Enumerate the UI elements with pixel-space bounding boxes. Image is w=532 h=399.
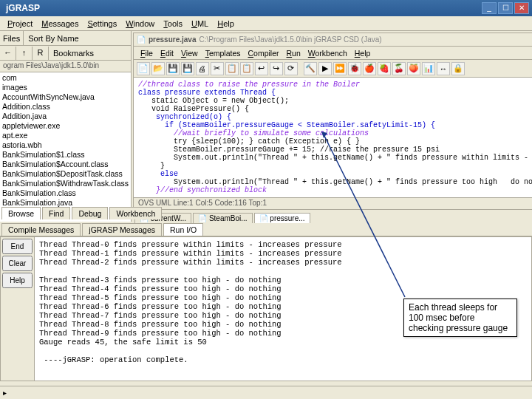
file-tab-icon: 📄 [137, 35, 146, 44]
output-end-button[interactable]: End [2, 239, 33, 254]
code-line: //wait briefly to simulate some calculat… [138, 129, 532, 137]
file-item[interactable]: appletviewer.exe [2, 121, 129, 131]
nav-refresh-button[interactable]: R [33, 47, 49, 60]
app-statusbar: ▸ [0, 386, 532, 399]
browse-tabrow: BrowseFindDebugWorkbench [0, 207, 162, 219]
toolbar-button-6[interactable]: 📋 [225, 62, 239, 75]
editor-menu-workbench[interactable]: Workbench [304, 48, 351, 58]
editor-menu-compiler[interactable]: Compiler [244, 48, 282, 58]
code-line: class pressure extends Thread { [138, 89, 532, 97]
toolbar-button-10[interactable]: ⟳ [284, 62, 298, 75]
toolbar-button-20[interactable]: 📊 [422, 62, 435, 75]
browse-tab-workbench[interactable]: Workbench [109, 207, 162, 219]
editor-toolbar: 📄📂💾💾🖨✂📋📋↩↪⟳🔨▶⏩🐞🍎🍓🍒🍑📊↔🔒 [134, 60, 532, 78]
sort-bar: Files Sort By Name [0, 31, 131, 46]
editor-menu-file[interactable]: File [137, 48, 157, 58]
toolbar-button-19[interactable]: 🍑 [407, 62, 420, 75]
editor-file-name: pressure.java [149, 35, 197, 44]
browse-tab-find[interactable]: Find [42, 207, 70, 219]
toolbar-button-1[interactable]: 📂 [151, 62, 165, 75]
file-item[interactable]: astoria.wbh [2, 140, 129, 150]
toolbar-button-8[interactable]: ↩ [255, 62, 268, 75]
output-help-button[interactable]: Help [2, 273, 33, 288]
browse-tab-debug[interactable]: Debug [72, 207, 108, 219]
toolbar-button-16[interactable]: 🍎 [363, 62, 376, 75]
close-button[interactable]: ✕ [514, 2, 529, 14]
nav-back-button[interactable]: ← [0, 47, 16, 60]
toolbar-button-3[interactable]: 💾 [181, 62, 194, 75]
menu-project[interactable]: Project [3, 18, 37, 30]
menu-messages[interactable]: Messages [37, 18, 83, 30]
output-tab[interactable]: Compile Messages [1, 223, 81, 236]
code-line: void RaisePressure() { [138, 105, 532, 113]
menu-tools[interactable]: Tools [159, 18, 187, 30]
editor-file-path: C:\Program Files\Java\jdk1.5.0\bin jGRAS… [199, 35, 381, 44]
menu-window[interactable]: Window [121, 18, 159, 30]
menu-settings[interactable]: Settings [83, 18, 121, 30]
editor-menubar: FileEditViewTemplatesCompilerRunWorkbenc… [134, 47, 532, 60]
file-item[interactable]: com [2, 73, 129, 83]
code-line: synchronized(o) { [138, 113, 532, 121]
editor-menu-run[interactable]: Run [283, 48, 304, 58]
file-item[interactable]: AccountWithSyncNew.java [2, 92, 129, 102]
toolbar-button-5[interactable]: ✂ [211, 62, 224, 75]
window-titlebar: jGRASP _ ☐ ✕ [0, 0, 532, 16]
toolbar-button-14[interactable]: ⏩ [333, 62, 347, 75]
output-tab[interactable]: Run I/O [163, 223, 203, 236]
file-item[interactable]: BankSimulation$WithdrawTask.class [2, 179, 129, 188]
code-line: //thread class to raise the pressure in … [138, 81, 532, 89]
toolbar-button-18[interactable]: 🍒 [392, 62, 406, 75]
output-clear-button[interactable]: Clear [2, 256, 33, 271]
editor-menu-view[interactable]: View [177, 48, 202, 58]
file-item[interactable]: Addition.java [2, 112, 129, 121]
toolbar-button-7[interactable]: 📋 [240, 62, 253, 75]
toolbar-button-15[interactable]: 🐞 [348, 62, 361, 75]
nav-row: ← ↑ R Bookmarks [0, 46, 131, 61]
menu-uml[interactable]: UML [187, 18, 213, 30]
editor-title-row: 📄 pressure.java C:\Program Files\Java\jd… [134, 33, 532, 47]
toolbar-button-21[interactable]: ↔ [437, 62, 450, 75]
browse-tab-browse[interactable]: Browse [1, 207, 41, 219]
toolbar-button-13[interactable]: ▶ [318, 62, 332, 75]
maximize-button[interactable]: ☐ [498, 2, 513, 14]
toolbar-button-4[interactable]: 🖨 [196, 62, 209, 75]
file-item[interactable]: BankSimulation$DepositTask.class [2, 169, 129, 179]
files-label: Files [0, 34, 23, 43]
file-item[interactable]: BankSimulation.class [2, 188, 129, 198]
toolbar-button-22[interactable]: 🔒 [451, 62, 465, 75]
file-item[interactable]: BankSimulation$1.class [2, 150, 129, 160]
bookmarks-label[interactable]: Bookmarks [49, 49, 94, 58]
app-title: jGRASP [3, 3, 40, 13]
main-menubar: ProjectMessagesSettingsWindowToolsUMLHel… [0, 16, 532, 31]
file-item[interactable]: apt.exe [2, 131, 129, 140]
path-display: ogram Files\Java\jdk1.5.0\bin [0, 61, 131, 72]
window-controls: _ ☐ ✕ [482, 2, 529, 14]
file-item[interactable]: BankSimulation$Account.class [2, 160, 129, 169]
code-line: if (SteamBoiler.pressureGauge < SteamBoi… [138, 121, 532, 129]
code-line: static Object o = new Object(); [138, 97, 532, 105]
toolbar-button-9[interactable]: ↪ [270, 62, 283, 75]
file-item[interactable]: images [2, 83, 129, 92]
editor-menu-templates[interactable]: Templates [202, 48, 245, 58]
menu-help[interactable]: Help [213, 18, 239, 30]
output-side-buttons: EndClearHelp [1, 237, 35, 381]
editor-menu-edit[interactable]: Edit [157, 48, 177, 58]
file-list: comimagesAccountWithSyncNew.javaAddition… [0, 72, 131, 222]
output-tab[interactable]: jGRASP Messages [82, 223, 162, 236]
toolbar-button-2[interactable]: 💾 [166, 62, 180, 75]
toolbar-button-0[interactable]: 📄 [137, 62, 150, 75]
annotation-arrow [324, 142, 324, 143]
toolbar-button-12[interactable]: 🔨 [304, 62, 317, 75]
file-item[interactable]: Addition.class [2, 102, 129, 112]
editor-menu-help[interactable]: Help [351, 48, 375, 58]
nav-up-button[interactable]: ↑ [16, 47, 33, 60]
toolbar-button-17[interactable]: 🍓 [378, 62, 391, 75]
annotation-callout: Each thread sleeps for 100 msec before c… [403, 299, 517, 337]
sort-button[interactable]: Sort By Name [24, 34, 131, 43]
minimize-button[interactable]: _ [482, 2, 497, 14]
file-browser-pane: Files Sort By Name ← ↑ R Bookmarks ogram… [0, 31, 132, 222]
